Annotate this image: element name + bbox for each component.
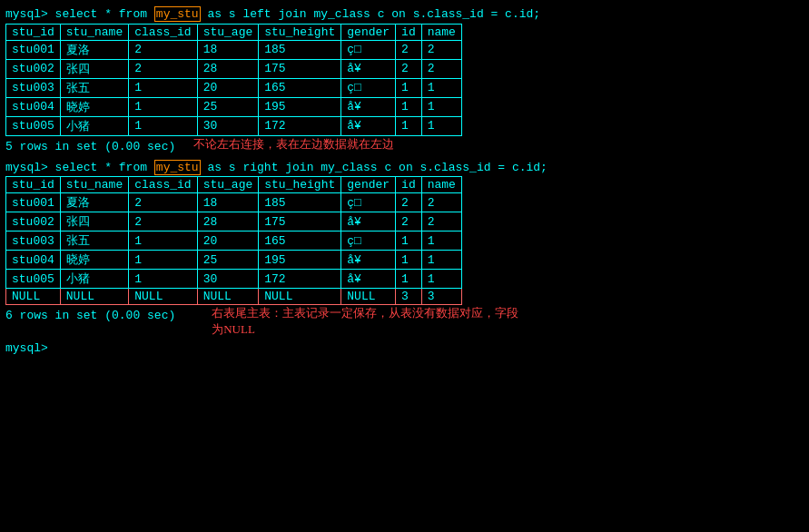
col-stu_age-1: stu_age xyxy=(197,24,259,40)
table-row: stu004 晓婷 1 25 195 å¥ 1 1 xyxy=(6,97,462,116)
null-cell: 3 xyxy=(396,289,422,305)
cell: 晓婷 xyxy=(60,251,128,270)
cell: 1 xyxy=(421,270,461,289)
final-prompt: mysql> xyxy=(5,340,804,358)
cell: 195 xyxy=(259,251,341,270)
cell: å¥ xyxy=(341,97,396,116)
highlighted-table-1: my_stu xyxy=(154,6,201,22)
cell: stu001 xyxy=(6,40,61,59)
cell: 28 xyxy=(197,212,259,232)
null-cell: NULL xyxy=(6,289,61,305)
rows-info-1: 5 rows in set (0.00 sec) xyxy=(5,140,175,153)
cell: 1 xyxy=(396,232,422,251)
cell: 172 xyxy=(259,116,341,135)
query-rest-2: as s right join my_class c on s.class_id… xyxy=(201,161,548,174)
query-2-prompt: mysql> select * from my_stu as s right j… xyxy=(5,159,804,177)
table-row: stu002 张四 2 28 175 å¥ 2 2 xyxy=(6,212,462,232)
table-row: stu003 张五 1 20 165 ç□ 1 1 xyxy=(6,78,462,97)
table-row: stu002 张四 2 28 175 å¥ 2 2 xyxy=(6,59,462,78)
cell: 2 xyxy=(129,212,197,232)
col-stu_id-2: stu_id xyxy=(6,177,61,193)
cell: 2 xyxy=(129,40,197,59)
cell: 18 xyxy=(197,193,259,212)
cell: 1 xyxy=(396,116,422,135)
annotation-1: 不论左右连接，表在左边数据就在左边 xyxy=(193,136,394,153)
cell: 1 xyxy=(421,116,461,135)
cell: 2 xyxy=(421,212,461,232)
cell: 2 xyxy=(396,193,422,212)
null-cell: NULL xyxy=(259,289,341,305)
cell: stu002 xyxy=(6,212,61,232)
cell: 1 xyxy=(421,232,461,251)
cell: 195 xyxy=(259,97,341,116)
cell: stu005 xyxy=(6,270,61,289)
col-class_id-1: class_id xyxy=(129,24,197,40)
cell: 张五 xyxy=(60,232,128,251)
cell: 晓婷 xyxy=(60,97,128,116)
table-header-row-2: stu_id stu_name class_id stu_age stu_hei… xyxy=(6,177,462,193)
cell: 1 xyxy=(129,232,197,251)
cell: stu001 xyxy=(6,193,61,212)
cell: 1 xyxy=(129,270,197,289)
cell: 1 xyxy=(396,251,422,270)
cell: 2 xyxy=(396,40,422,59)
cell: 185 xyxy=(259,193,341,212)
cell: 小猪 xyxy=(60,270,128,289)
cell: 2 xyxy=(129,59,197,78)
table-row: stu003 张五 1 20 165 ç□ 1 1 xyxy=(6,232,462,251)
cell: stu004 xyxy=(6,97,61,116)
cell: 2 xyxy=(396,59,422,78)
query-2-section: mysql> select * from my_stu as s right j… xyxy=(5,159,804,339)
col-stu_age-2: stu_age xyxy=(197,177,259,193)
result-table-2: stu_id stu_name class_id stu_age stu_hei… xyxy=(5,176,462,305)
cell: stu003 xyxy=(6,78,61,97)
cell: 20 xyxy=(197,232,259,251)
cell: ç□ xyxy=(341,78,396,97)
cell: å¥ xyxy=(341,116,396,135)
cell: 25 xyxy=(197,251,259,270)
cell: stu004 xyxy=(6,251,61,270)
cell: 1 xyxy=(129,116,197,135)
cell: 2 xyxy=(421,40,461,59)
col-gender-2: gender xyxy=(341,177,396,193)
cell: 2 xyxy=(396,212,422,232)
col-stu_height-2: stu_height xyxy=(259,177,341,193)
cell: 165 xyxy=(259,232,341,251)
col-stu_name-1: stu_name xyxy=(60,24,128,40)
cell: 1 xyxy=(129,97,197,116)
rows-info-2: 6 rows in set (0.00 sec) xyxy=(5,309,175,322)
cell: å¥ xyxy=(341,59,396,78)
query-1-section: mysql> select * from my_stu as s left jo… xyxy=(5,5,804,157)
cell: 1 xyxy=(421,78,461,97)
cell: 张四 xyxy=(60,212,128,232)
cell: 夏洛 xyxy=(60,193,128,212)
col-stu_id-1: stu_id xyxy=(6,24,61,40)
cell: stu002 xyxy=(6,59,61,78)
null-table-row: NULL NULL NULL NULL NULL NULL 3 3 xyxy=(6,289,462,305)
cell: ç□ xyxy=(341,232,396,251)
cell: 1 xyxy=(421,97,461,116)
null-cell: NULL xyxy=(60,289,128,305)
col-id-2: id xyxy=(396,177,422,193)
cell: å¥ xyxy=(341,212,396,232)
cell: 1 xyxy=(396,270,422,289)
table-row: stu005 小猪 1 30 172 å¥ 1 1 xyxy=(6,270,462,289)
cell: å¥ xyxy=(341,251,396,270)
cell: 张四 xyxy=(60,59,128,78)
null-cell: NULL xyxy=(197,289,259,305)
cell: 185 xyxy=(259,40,341,59)
annotation-2-line2: 为NULL xyxy=(212,321,255,338)
cell: 1 xyxy=(129,78,197,97)
cell: 25 xyxy=(197,97,259,116)
col-class_id-2: class_id xyxy=(129,177,197,193)
table-row: stu004 晓婷 1 25 195 å¥ 1 1 xyxy=(6,251,462,270)
result-table-1: stu_id stu_name class_id stu_age stu_hei… xyxy=(5,24,462,136)
table-row: stu001 夏洛 2 18 185 ç□ 2 2 xyxy=(6,193,462,212)
col-id-1: id xyxy=(396,24,422,40)
annotation-2-block: 右表尾主表：主表记录一定保存，从表没有数据对应，字段 为NULL xyxy=(193,305,518,338)
prompt-text-1: mysql> select * from xyxy=(5,7,154,21)
annotation-2-line1: 右表尾主表：主表记录一定保存，从表没有数据对应，字段 xyxy=(212,305,518,321)
highlighted-table-2: my_stu xyxy=(154,160,201,175)
cell: 20 xyxy=(197,78,259,97)
rows-annotation-1: 5 rows in set (0.00 sec) 不论左右连接，表在左边数据就在… xyxy=(5,136,804,157)
